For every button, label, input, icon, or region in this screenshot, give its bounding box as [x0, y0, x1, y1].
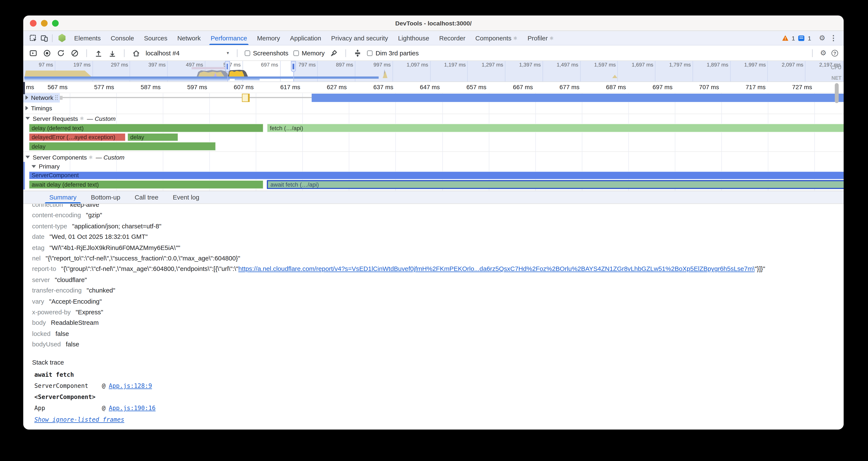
- message-icon[interactable]: [798, 35, 805, 41]
- overview-tick-label: 1,597 ms: [594, 62, 616, 68]
- live-metrics-icon[interactable]: [29, 49, 38, 57]
- network-track[interactable]: Network: [23, 93, 844, 102]
- minimize-button[interactable]: [41, 20, 48, 27]
- tab-summary[interactable]: Summary: [42, 191, 84, 203]
- header-key: content-encoding: [32, 212, 81, 219]
- inspect-icon[interactable]: [28, 32, 39, 44]
- clear-icon[interactable]: [70, 49, 79, 57]
- performance-toolbar: localhost #4 ▼ Screenshots Memory Dim 3r…: [23, 46, 844, 61]
- tab-recorder[interactable]: Recorder: [434, 31, 470, 45]
- react-atom-icon: ⚛: [549, 35, 554, 41]
- header-value: false: [56, 330, 69, 337]
- source-link[interactable]: App.js:128:9: [109, 382, 152, 390]
- show-ignore-listed-frames-link[interactable]: Show ignore-listed frames: [34, 416, 124, 423]
- event-await-fetch-api[interactable]: await fetch (…/api): [267, 180, 843, 189]
- network-request-bar[interactable]: [312, 93, 844, 102]
- upload-profile-icon[interactable]: [94, 49, 103, 57]
- overview-tick-label: 297 ms: [111, 62, 128, 68]
- tab-components[interactable]: Components⚛: [470, 31, 522, 45]
- capture-settings-gear-icon[interactable]: ⚙: [820, 49, 826, 57]
- ruler-tick-label: 607 ms: [234, 84, 254, 90]
- event-label: delay (deferred text): [29, 125, 84, 131]
- selection-handle-right[interactable]: [291, 61, 296, 72]
- tab-lighthouse[interactable]: Lighthouse: [393, 31, 434, 45]
- event-delay-deferred-text[interactable]: delay (deferred text): [29, 123, 264, 132]
- network-selected-marker[interactable]: [242, 94, 249, 102]
- kebab-menu-icon[interactable]: ⋮: [829, 34, 838, 42]
- expand-icon[interactable]: [25, 95, 28, 100]
- event-delay[interactable]: delay: [127, 133, 178, 141]
- message-count[interactable]: 1: [808, 35, 811, 41]
- ruler-tick-label: 677 ms: [559, 84, 580, 90]
- collapse-icon[interactable]: [25, 117, 30, 120]
- dim-3rd-parties-checkbox[interactable]: Dim 3rd parties: [367, 50, 419, 56]
- event-servercomponent[interactable]: ServerComponent: [29, 171, 844, 180]
- memory-checkbox[interactable]: Memory: [293, 50, 325, 56]
- vertical-scrollbar-thumb[interactable]: [835, 83, 839, 103]
- tab-sources[interactable]: Sources: [139, 31, 173, 45]
- react-atom-icon: ⚛: [513, 35, 518, 41]
- timings-track[interactable]: Timings: [23, 104, 844, 112]
- custom-suffix: — Custom: [96, 154, 125, 161]
- tab-call-tree[interactable]: Call tree: [127, 191, 165, 203]
- event-delay[interactable]: delay: [29, 142, 216, 150]
- ruler-tick-label: 717 ms: [746, 84, 766, 90]
- tab-elements[interactable]: Elements: [69, 31, 106, 45]
- tab-label: Summary: [49, 194, 77, 201]
- at-symbol: @: [102, 405, 105, 412]
- header-row-transfer-encoding: transfer-encoding"chunked": [32, 285, 844, 296]
- record-icon[interactable]: [43, 49, 52, 57]
- tab-memory[interactable]: Memory: [252, 31, 285, 45]
- timeline-tracks: Network Timings Server Requests ⚛ — Cust…: [23, 93, 844, 191]
- warning-icon[interactable]: !: [782, 35, 788, 41]
- collapse-icon[interactable]: [353, 49, 362, 57]
- overview-tick-label: 397 ms: [149, 62, 166, 68]
- tab-network[interactable]: Network: [173, 31, 206, 45]
- help-icon[interactable]: ?: [832, 50, 838, 56]
- server-components-track-header[interactable]: Server Components ⚛ — Custom: [23, 153, 844, 161]
- selection-handle-left[interactable]: [225, 61, 230, 72]
- tab-application[interactable]: Application: [285, 31, 326, 45]
- header-row-content-encoding: content-encoding"gzip": [32, 210, 844, 221]
- tab-performance[interactable]: Performance: [206, 31, 252, 45]
- tab-privacy-and-security[interactable]: Privacy and security: [326, 31, 393, 45]
- network-label-text: Network: [31, 94, 53, 101]
- event-fetch-api[interactable]: fetch (…/api): [267, 123, 843, 132]
- primary-group-header[interactable]: Primary: [23, 162, 844, 170]
- header-row-report-to: report-to"{\"group\":\"cf-nel\",\"max_ag…: [32, 264, 844, 275]
- screen: DevTools - localhost:3000/ ElementsConso…: [0, 0, 868, 461]
- divider: [237, 49, 238, 57]
- drag-handle-icon[interactable]: [55, 95, 58, 101]
- expand-icon[interactable]: [25, 106, 28, 110]
- close-button[interactable]: [30, 20, 36, 27]
- zoom-button[interactable]: [52, 20, 59, 27]
- record-reload-icon[interactable]: [56, 49, 65, 57]
- tab-event-log[interactable]: Event log: [165, 191, 207, 203]
- network-track-label[interactable]: Network: [23, 93, 60, 102]
- tab-bottom-up[interactable]: Bottom-up: [84, 191, 127, 203]
- overview-tick-label: 897 ms: [336, 62, 353, 68]
- tab-console[interactable]: Console: [106, 31, 139, 45]
- response-headers-list: connection"keep-alive"content-encoding"g…: [32, 204, 844, 350]
- devtools-window: DevTools - localhost:3000/ ElementsConso…: [23, 16, 844, 430]
- tab-profiler[interactable]: Profiler⚛: [523, 31, 559, 45]
- timeline-overview[interactable]: CPU NET 97 ms197 ms297 ms397 ms497 ms597…: [23, 61, 844, 82]
- collapse-icon[interactable]: [32, 165, 36, 168]
- device-toolbar-icon[interactable]: [39, 32, 50, 44]
- download-profile-icon[interactable]: [108, 49, 117, 57]
- profile-select[interactable]: localhost #4 ▼: [146, 50, 230, 56]
- settings-gear-icon[interactable]: ⚙: [819, 34, 825, 42]
- extension-hexagon-icon[interactable]: [58, 34, 66, 42]
- garbage-collect-icon[interactable]: [330, 49, 338, 57]
- report-endpoint-link[interactable]: https://a.nel.cloudflare.com/report/v4?s…: [238, 266, 754, 272]
- source-link[interactable]: App.js:190:16: [109, 405, 155, 412]
- warning-count[interactable]: 1: [792, 35, 795, 41]
- collapse-icon[interactable]: [25, 156, 30, 159]
- event-delayederror-ayed-exception[interactable]: delayedError (…ayed exception): [29, 133, 126, 141]
- home-icon[interactable]: [132, 49, 141, 57]
- ruler-tick-label: 567 ms: [48, 84, 68, 90]
- event-await-delay-deferred-text[interactable]: await delay (deferred text): [29, 180, 264, 189]
- screenshots-checkbox[interactable]: Screenshots: [245, 50, 288, 56]
- custom-suffix: — Custom: [87, 115, 116, 122]
- server-requests-track-header[interactable]: Server Requests ⚛ — Custom: [23, 114, 844, 122]
